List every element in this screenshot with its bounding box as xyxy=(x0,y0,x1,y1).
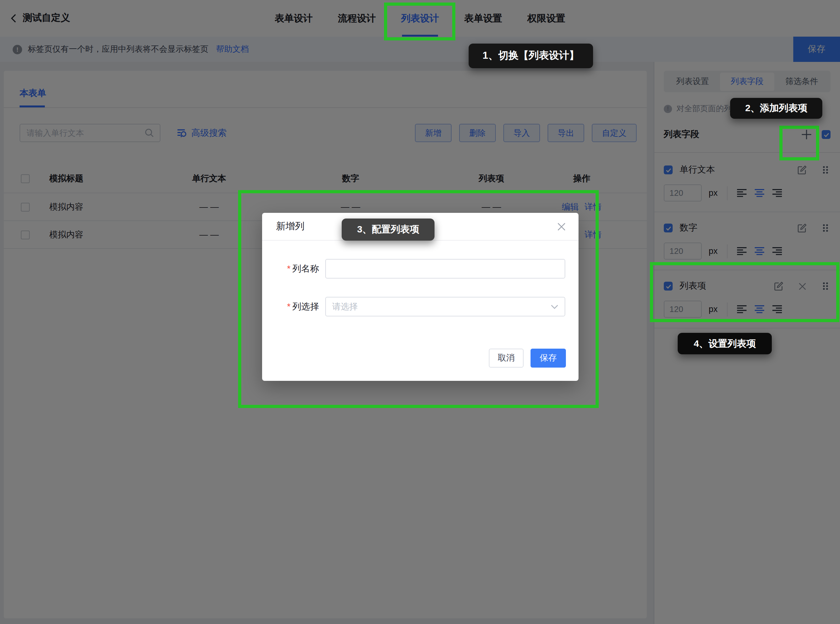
column-name-input[interactable] xyxy=(325,259,565,278)
close-icon[interactable] xyxy=(556,221,567,232)
cancel-button[interactable]: 取消 xyxy=(489,349,523,368)
tooltip-step-3: 3、配置列表项 xyxy=(342,219,434,241)
column-name-field: *列名称 xyxy=(262,259,579,278)
required-mark: * xyxy=(287,263,290,273)
tooltip-step-4: 4、设置列表项 xyxy=(678,333,772,354)
app: 测试自定义 表单设计 流程设计 列表设计 表单设置 权限设置 ! 标签页仅有一个… xyxy=(0,0,840,624)
tooltip-step-2: 2、添加列表项 xyxy=(730,98,822,119)
column-select-dropdown[interactable]: 请选择 xyxy=(325,297,565,317)
required-mark: * xyxy=(287,301,290,311)
column-select-field: *列选择 请选择 xyxy=(262,297,579,317)
tooltip-step-1: 1、切换【列表设计】 xyxy=(469,43,593,68)
chevron-down-icon xyxy=(551,304,558,309)
save-button[interactable]: 保存 xyxy=(531,349,566,368)
